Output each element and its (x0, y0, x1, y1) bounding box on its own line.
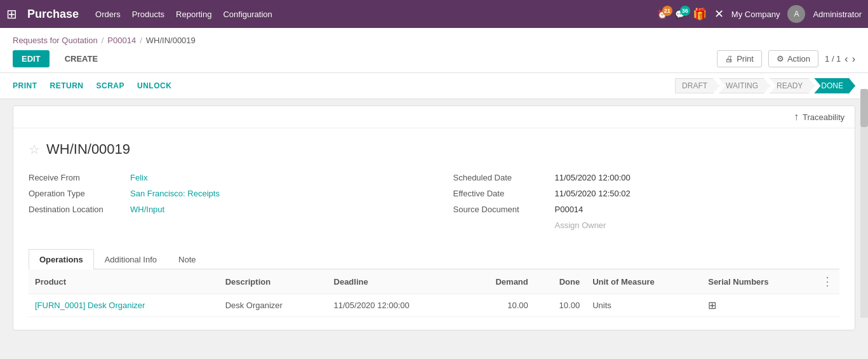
field-assign-owner: Assign Owner (453, 220, 840, 230)
message-badge-btn[interactable]: 💬 36 (675, 10, 685, 19)
scrollbar[interactable] (860, 89, 868, 318)
breadcrumb-po[interactable]: P00014 (107, 36, 136, 45)
field-effective-date: Effective Date 11/05/2020 12:50:02 (453, 189, 840, 198)
source-document-value: P00014 (555, 205, 584, 214)
prev-button[interactable]: ‹ (845, 53, 848, 65)
action-bar: EDIT CREATE 🖨 Print ⚙ Action 1 / 1 ‹ › (0, 45, 868, 73)
gift-icon[interactable]: 🎁 (693, 7, 707, 21)
col-serial: Serial Numbers (702, 269, 815, 294)
card-body: ☆ WH/IN/00019 Receive From Felix Operati… (13, 128, 855, 330)
field-source-document: Source Document P00014 (453, 205, 840, 214)
status-done[interactable]: DONE (814, 78, 855, 93)
table-row: [FURN_0001] Desk Organizer Desk Organize… (29, 294, 839, 317)
activity-badge-btn[interactable]: ⏰ 21 (657, 10, 667, 19)
print-button[interactable]: 🖨 Print (717, 50, 762, 67)
favorite-star-icon[interactable]: ☆ (29, 142, 40, 157)
operations-table: Product Description Deadline Demand Done… (29, 269, 839, 317)
card-header: ↑ Traceability (13, 106, 855, 128)
fields-right: Scheduled Date 11/05/2020 12:00:00 Effec… (453, 173, 840, 236)
message-count: 36 (680, 6, 690, 16)
source-document-label: Source Document (453, 205, 555, 214)
status-draft[interactable]: DRAFT (675, 78, 719, 93)
status-waiting[interactable]: WAITING (719, 78, 770, 93)
col-product: Product (29, 269, 219, 294)
traceability-label: Traceability (803, 112, 845, 122)
print-toolbar-button[interactable]: PRINT (13, 81, 37, 90)
activity-count: 21 (662, 6, 672, 16)
menu-configuration[interactable]: Configuration (223, 10, 272, 19)
col-unit: Unit of Measure (586, 269, 702, 294)
menu-reporting[interactable]: Reporting (176, 10, 211, 19)
scheduled-date-value: 11/05/2020 12:00:00 (555, 173, 631, 182)
tab-note[interactable]: Note (168, 249, 206, 269)
destination-location-label: Destination Location (29, 205, 130, 214)
receive-from-value[interactable]: Felix (130, 173, 147, 182)
top-right-controls: ⏰ 21 💬 36 🎁 ✕ My Company A Administrator (657, 5, 862, 23)
edit-button[interactable]: EDIT (13, 50, 50, 67)
row-unit: Units (586, 294, 702, 317)
field-scheduled-date: Scheduled Date 11/05/2020 12:00:00 (453, 173, 840, 182)
effective-date-value: 11/05/2020 12:50:02 (555, 189, 631, 198)
row-demand: 10.00 (464, 294, 534, 317)
return-button[interactable]: RETURN (50, 81, 84, 90)
scrollbar-thumb[interactable] (860, 89, 868, 127)
detail-grid-icon[interactable]: ⊞ (708, 300, 716, 311)
table-header-row: Product Description Deadline Demand Done… (29, 269, 839, 294)
document-title: WH/IN/00019 (46, 141, 130, 158)
tab-additional-info[interactable]: Additional Info (94, 249, 168, 269)
scrap-button[interactable]: SCRAP (97, 81, 125, 90)
pagination: 1 / 1 ‹ › (825, 53, 855, 65)
tabs-bar: Operations Additional Info Note (29, 249, 839, 269)
column-options-button[interactable]: ⋮ (822, 274, 833, 288)
app-grid-icon[interactable]: ⊞ (6, 6, 17, 22)
assign-owner-value[interactable]: Assign Owner (555, 220, 606, 230)
receive-from-label: Receive From (29, 173, 130, 182)
breadcrumb-current: WH/IN/00019 (146, 36, 196, 45)
field-receive-from: Receive From Felix (29, 173, 415, 182)
fields-row: Receive From Felix Operation Type San Fr… (29, 173, 839, 236)
operation-type-label: Operation Type (29, 189, 130, 198)
print-label: Print (737, 54, 754, 64)
unlock-button[interactable]: UNLOCK (137, 81, 171, 90)
document-card: ↑ Traceability ☆ WH/IN/00019 Receive Fro… (13, 105, 855, 330)
action-button[interactable]: ⚙ Action (768, 50, 818, 67)
row-description: Desk Organizer (219, 294, 328, 317)
status-ready[interactable]: READY (770, 78, 815, 93)
col-done: Done (535, 269, 586, 294)
breadcrumb: Requests for Quotation / P00014 / WH/IN/… (0, 28, 868, 45)
status-pipeline: DRAFT WAITING READY DONE (676, 78, 855, 93)
brand-name[interactable]: Purchase (27, 8, 79, 21)
action-label: Action (787, 54, 810, 64)
avatar[interactable]: A (787, 5, 805, 23)
document-title-row: ☆ WH/IN/00019 (29, 141, 839, 158)
gear-icon: ⚙ (777, 54, 784, 64)
username[interactable]: Administrator (813, 10, 862, 19)
breadcrumb-rfq[interactable]: Requests for Quotation (13, 36, 98, 45)
row-serial: ⊞ (702, 294, 815, 317)
row-done: 10.00 (535, 294, 586, 317)
top-navigation: ⊞ Purchase Orders Products Reporting Con… (0, 0, 868, 28)
row-deadline: 11/05/2020 12:00:00 (328, 294, 465, 317)
record-toolbar: PRINT RETURN SCRAP UNLOCK DRAFT WAITING … (0, 73, 868, 99)
row-product[interactable]: [FURN_0001] Desk Organizer (29, 294, 219, 317)
field-destination-location: Destination Location WH/Input (29, 205, 415, 214)
menu-orders[interactable]: Orders (95, 10, 121, 19)
destination-location-value[interactable]: WH/Input (130, 205, 164, 214)
close-icon[interactable]: ✕ (714, 7, 724, 21)
effective-date-label: Effective Date (453, 189, 555, 198)
menu-products[interactable]: Products (132, 10, 164, 19)
tab-operations[interactable]: Operations (29, 249, 94, 269)
traceability-button[interactable]: ↑ Traceability (794, 111, 845, 123)
next-button[interactable]: › (852, 53, 855, 65)
row-options (815, 294, 839, 317)
main-content: ↑ Traceability ☆ WH/IN/00019 Receive Fro… (0, 99, 868, 343)
col-demand: Demand (464, 269, 534, 294)
print-icon: 🖨 (725, 54, 733, 64)
col-deadline: Deadline (328, 269, 465, 294)
field-operation-type: Operation Type San Francisco: Receipts (29, 189, 415, 198)
main-menu: Orders Products Reporting Configuration (95, 10, 647, 19)
create-button[interactable]: CREATE (56, 50, 107, 67)
operations-table-container: Product Description Deadline Demand Done… (29, 269, 839, 317)
operation-type-value[interactable]: San Francisco: Receipts (130, 189, 220, 198)
company-name[interactable]: My Company (731, 10, 780, 19)
